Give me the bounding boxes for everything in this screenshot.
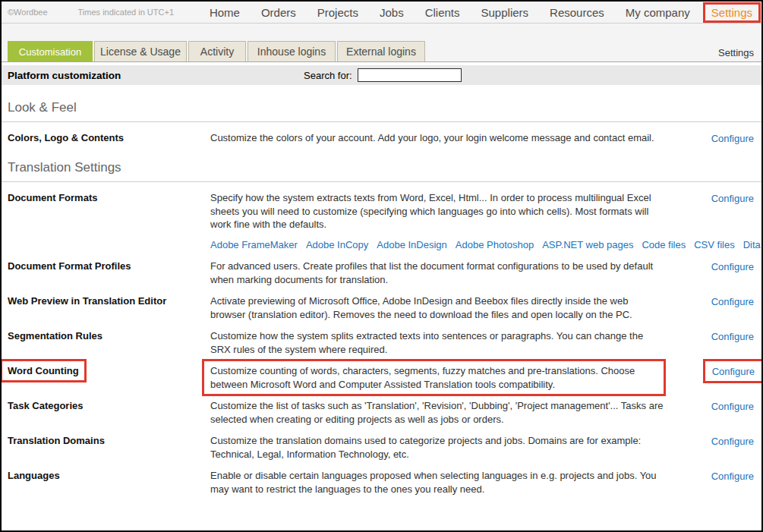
setting-row-description: Enable or disable certain languages prop… bbox=[210, 469, 666, 496]
settings-content: Look & Feel Colors, Logo & Contents Cust… bbox=[2, 100, 761, 512]
setting-row-description: Activate previewing of Microsoft Office,… bbox=[210, 294, 666, 321]
configure-link[interactable]: Configure bbox=[711, 133, 754, 144]
setting-row-label: Task Categories bbox=[8, 399, 210, 412]
setting-row-description: Specify how the system extracts texts fr… bbox=[210, 191, 666, 231]
setting-row-label: Document Formats bbox=[8, 191, 210, 204]
section-title-translation-settings: Translation Settings bbox=[2, 160, 761, 182]
timezone-note: Times indicated in UTC+1 bbox=[78, 8, 174, 17]
setting-row-description: Customize the colors of your account. Ad… bbox=[210, 131, 666, 145]
tab-strip: Customisation License & Usage Activity I… bbox=[2, 24, 761, 62]
setting-row-label: Document Format Profiles bbox=[8, 260, 210, 272]
tab-customisation[interactable]: Customisation bbox=[8, 41, 93, 61]
setting-row-label: Translation Domains bbox=[8, 434, 210, 447]
setting-row-translation-domains: Translation Domains Customize the transl… bbox=[2, 434, 761, 461]
format-link[interactable]: Adobe Photoshop bbox=[456, 239, 534, 250]
section-title-look-and-feel: Look & Feel bbox=[2, 100, 761, 122]
configure-link[interactable]: Configure bbox=[711, 193, 754, 204]
nav-item-suppliers[interactable]: Suppliers bbox=[481, 6, 529, 19]
tab-license-usage[interactable]: License & Usage bbox=[94, 41, 187, 61]
nav-item-orders[interactable]: Orders bbox=[261, 6, 296, 19]
tab-activity[interactable]: Activity bbox=[188, 41, 246, 61]
search-label: Search for: bbox=[304, 70, 352, 81]
setting-row-colors-logo-contents: Colors, Logo & Contents Customize the co… bbox=[2, 131, 761, 145]
format-link[interactable]: CSV files bbox=[694, 239, 734, 250]
format-link[interactable]: Adobe InDesign bbox=[377, 239, 447, 250]
toolbar: Platform customization Search for: bbox=[2, 65, 761, 85]
nav-item-resources[interactable]: Resources bbox=[550, 6, 604, 19]
setting-row-description: Customize the list of tasks such as 'Tra… bbox=[210, 399, 666, 426]
page-title: Platform customization bbox=[8, 70, 121, 81]
format-link[interactable]: Adobe FrameMaker bbox=[210, 239, 298, 250]
setting-row-description-highlighted: Customize counting of words, characters,… bbox=[202, 359, 666, 396]
setting-row-description: Customize how the system splits extracte… bbox=[210, 329, 666, 356]
setting-row-label-highlighted: Word Counting bbox=[0, 359, 87, 382]
format-link[interactable]: ASP.NET web pages bbox=[542, 239, 633, 250]
settings-corner-label: Settings bbox=[718, 47, 754, 58]
format-link[interactable]: Dita files bbox=[743, 239, 763, 250]
configure-link[interactable]: Configure bbox=[711, 331, 754, 342]
configure-link[interactable]: Configure bbox=[711, 401, 754, 412]
setting-row-label: Web Preview in Translation Editor bbox=[8, 294, 210, 307]
brand-label: ©Wordbee bbox=[8, 8, 48, 17]
configure-link[interactable]: Configure bbox=[711, 261, 754, 272]
search-input[interactable] bbox=[358, 68, 462, 82]
setting-row-document-format-profiles: Document Format Profiles For advanced us… bbox=[2, 260, 761, 286]
setting-row-label: Colors, Logo & Contents bbox=[8, 131, 210, 144]
settings-page: ©Wordbee Times indicated in UTC+1 Home O… bbox=[0, 0, 763, 532]
nav-item-settings[interactable]: Settings bbox=[703, 2, 761, 23]
setting-row-task-categories: Task Categories Customize the list of ta… bbox=[2, 399, 761, 426]
setting-row-web-preview: Web Preview in Translation Editor Activa… bbox=[2, 294, 761, 321]
nav-item-projects[interactable]: Projects bbox=[317, 6, 358, 19]
nav-item-jobs[interactable]: Jobs bbox=[380, 6, 404, 19]
configure-link[interactable]: Configure bbox=[712, 366, 755, 377]
tab-external-logins[interactable]: External logins bbox=[337, 41, 425, 61]
nav-item-clients[interactable]: Clients bbox=[425, 6, 460, 19]
setting-row-description: Customize the translation domains used t… bbox=[210, 434, 666, 461]
search-group: Search for: bbox=[304, 68, 462, 82]
setting-row-languages: Languages Enable or disable certain lang… bbox=[2, 469, 761, 496]
main-nav: Home Orders Projects Jobs Clients Suppli… bbox=[210, 6, 752, 19]
configure-link[interactable]: Configure bbox=[711, 296, 754, 307]
configure-link[interactable]: Configure bbox=[711, 436, 754, 447]
setting-row-document-formats: Document Formats Specify how the system … bbox=[2, 191, 761, 251]
configure-highlight-box: Configure bbox=[703, 359, 763, 383]
setting-row-label: Languages bbox=[8, 469, 210, 482]
tab-inhouse-logins[interactable]: Inhouse logins bbox=[248, 41, 336, 61]
section-look-and-feel: Colors, Logo & Contents Customize the co… bbox=[2, 122, 761, 145]
setting-row-description: For advanced users. Create profiles that… bbox=[210, 260, 666, 286]
nav-item-home[interactable]: Home bbox=[210, 6, 240, 19]
setting-row-label: Segmentation Rules bbox=[8, 329, 210, 342]
top-bar: ©Wordbee Times indicated in UTC+1 Home O… bbox=[2, 2, 761, 24]
section-translation-settings: Document Formats Specify how the system … bbox=[2, 182, 761, 496]
setting-row-word-counting: Word Counting Customize counting of word… bbox=[2, 364, 761, 391]
nav-item-my-company[interactable]: My company bbox=[626, 6, 690, 19]
format-link[interactable]: Adobe InCopy bbox=[306, 239, 368, 250]
document-format-links: Adobe FrameMakerAdobe InCopyAdobe InDesi… bbox=[210, 238, 666, 252]
format-link[interactable]: Code files bbox=[642, 239, 686, 250]
configure-link[interactable]: Configure bbox=[711, 471, 754, 482]
setting-row-segmentation-rules: Segmentation Rules Customize how the sys… bbox=[2, 329, 761, 356]
